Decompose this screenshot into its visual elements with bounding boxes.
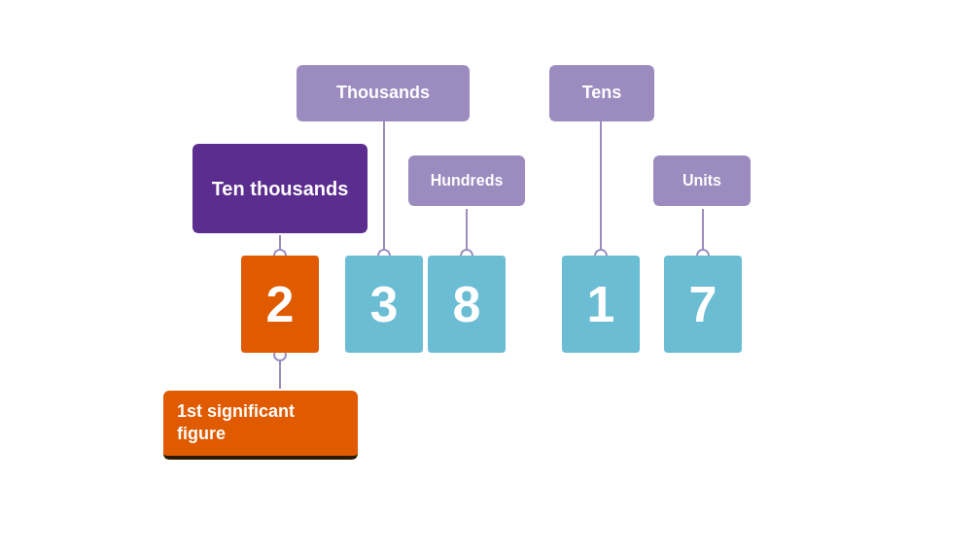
- tens-label: Tens: [549, 65, 654, 121]
- digit-units: 7: [664, 256, 742, 353]
- first-significant-figure-label: 1st significant figure: [163, 391, 358, 460]
- digit-ten-thousands: 2: [241, 256, 319, 353]
- thousands-label: Thousands: [297, 65, 470, 121]
- units-label: Units: [653, 155, 751, 206]
- hundreds-label: Hundreds: [408, 155, 525, 206]
- ten-thousands-label: Ten thousands: [192, 144, 368, 233]
- place-value-diagram: Ten thousands Thousands Hundreds Tens Un…: [0, 0, 980, 551]
- digit-thousands: 3: [345, 256, 423, 353]
- digit-hundreds: 8: [428, 256, 506, 353]
- digit-tens: 1: [562, 256, 640, 353]
